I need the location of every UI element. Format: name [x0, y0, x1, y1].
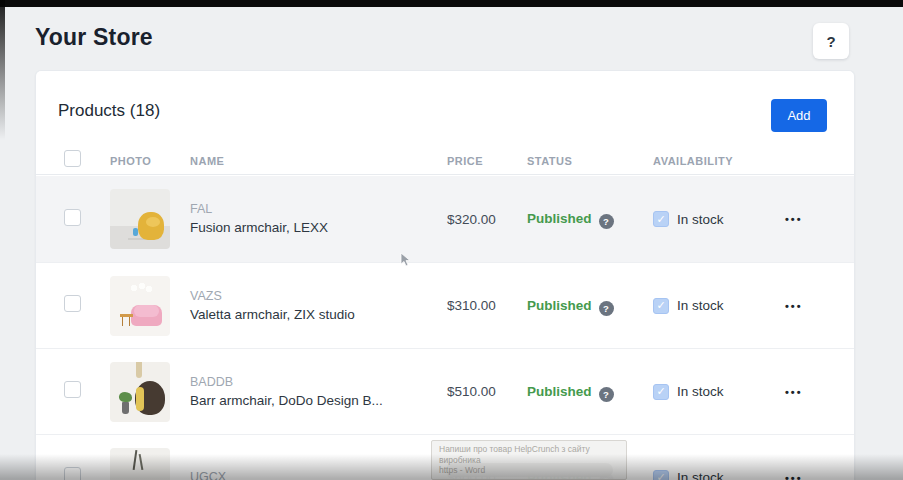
- tooltip-line2: https - Word: [439, 465, 619, 476]
- product-photo-pink-armchair: [110, 276, 170, 336]
- help-button[interactable]: ?: [813, 23, 849, 59]
- product-name: Barr armchair, DoDo Design B...: [190, 391, 447, 410]
- video-letterbox-top: [0, 0, 903, 7]
- availability-label: In stock: [677, 212, 724, 227]
- in-stock-checkbox[interactable]: ✓: [653, 384, 669, 400]
- row-actions-button[interactable]: •••: [783, 213, 854, 225]
- select-all-checkbox[interactable]: [64, 150, 81, 167]
- status-published: Published: [527, 384, 592, 399]
- table-row-vazs[interactable]: VAZS Valetta armchair, ZIX studio $310.0…: [36, 262, 854, 348]
- product-name: Fusion armchair, LEXX: [190, 218, 447, 237]
- mouse-cursor: [400, 252, 412, 268]
- in-stock-checkbox[interactable]: ✓: [653, 470, 669, 480]
- product-photo-plant: [110, 448, 170, 480]
- row-checkbox[interactable]: [64, 209, 81, 226]
- row-checkbox[interactable]: [64, 467, 81, 480]
- status-published: Published: [527, 211, 592, 226]
- check-icon: ✓: [656, 385, 665, 398]
- table-body: FAL Fusion armchair, LEXX $320.00 Publis…: [36, 176, 854, 480]
- availability-label: In stock: [677, 470, 724, 480]
- status-published: Published: [527, 298, 592, 313]
- column-header-price[interactable]: PRICE: [447, 155, 527, 167]
- table-row-baddb[interactable]: BADDB Barr armchair, DoDo Design B... $5…: [36, 348, 854, 434]
- product-price: $310.00: [447, 298, 527, 313]
- table-header-row: PHOTO NAME PRICE STATUS AVAILABILITY: [36, 147, 854, 175]
- status-info-icon[interactable]: ?: [599, 214, 614, 229]
- column-header-status[interactable]: STATUS: [527, 155, 653, 167]
- video-letterbox-left: [0, 0, 5, 140]
- status-info-icon[interactable]: ?: [599, 301, 614, 316]
- in-stock-checkbox[interactable]: ✓: [653, 298, 669, 314]
- in-stock-checkbox[interactable]: ✓: [653, 211, 669, 227]
- product-sku: VAZS: [190, 288, 447, 305]
- row-actions-button[interactable]: •••: [783, 300, 854, 312]
- products-card: Products (18) Add PHOTO NAME PRICE STATU…: [35, 70, 855, 480]
- product-photo-brown-armchair: [110, 362, 170, 422]
- column-header-name[interactable]: NAME: [190, 155, 447, 167]
- column-header-photo[interactable]: PHOTO: [110, 155, 190, 167]
- status-info-icon[interactable]: ?: [599, 387, 614, 402]
- row-checkbox[interactable]: [64, 295, 81, 312]
- product-sku: BADDB: [190, 374, 447, 391]
- product-name: Valetta armchair, ZIX studio: [190, 305, 447, 324]
- check-icon: ✓: [656, 299, 665, 312]
- availability-label: In stock: [677, 298, 724, 313]
- question-mark-icon: ?: [826, 33, 835, 50]
- product-photo-yellow-armchair: [110, 189, 170, 249]
- product-price: $510.00: [447, 384, 527, 399]
- products-card-title: Products (18): [58, 101, 160, 121]
- row-actions-button[interactable]: •••: [783, 472, 854, 480]
- availability-label: In stock: [677, 384, 724, 399]
- taskbar-tooltip: Напиши про товар HelpCrunch з сайту виро…: [431, 440, 627, 480]
- page-title: Your Store: [35, 24, 153, 51]
- row-actions-button[interactable]: •••: [783, 386, 854, 398]
- product-price: $320.00: [447, 212, 527, 227]
- product-sku: FAL: [190, 201, 447, 218]
- tooltip-line1: Напиши про товар HelpCrunch з сайту виро…: [439, 444, 619, 465]
- table-row-fal[interactable]: FAL Fusion armchair, LEXX $320.00 Publis…: [36, 176, 854, 262]
- row-checkbox[interactable]: [64, 381, 81, 398]
- check-icon: ✓: [656, 213, 665, 226]
- add-product-button[interactable]: Add: [771, 99, 827, 132]
- check-icon: ✓: [656, 471, 665, 480]
- column-header-availability[interactable]: AVAILABILITY: [653, 155, 783, 167]
- product-sku: UGCX: [190, 469, 447, 480]
